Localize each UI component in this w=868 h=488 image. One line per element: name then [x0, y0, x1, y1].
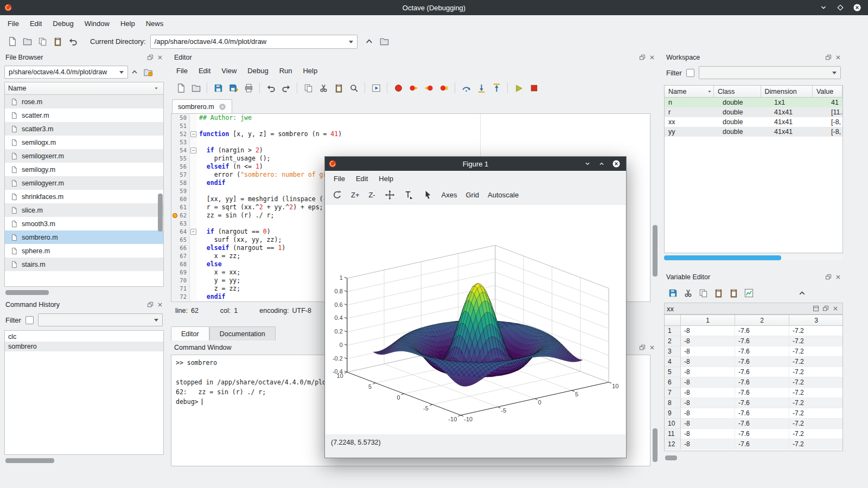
file-row-smooth3.m[interactable]: smooth3.m	[5, 217, 163, 230]
workspace-filter-combo[interactable]	[699, 66, 841, 79]
fold-marker-icon[interactable]	[190, 228, 197, 236]
current-directory-combo[interactable]: /app/share/octave/4.4.0/m/plot/draw	[150, 35, 358, 49]
line-number-gutter[interactable]: 72	[171, 293, 190, 301]
editor-menu-edit[interactable]: Edit	[193, 64, 216, 78]
variable-grid-row-header[interactable]: 7	[665, 388, 681, 398]
workspace-column-value[interactable]: Value	[813, 86, 843, 98]
variable-grid-cell[interactable]: -7.2	[789, 408, 843, 419]
workspace-column-class[interactable]: Class	[714, 86, 761, 98]
step-out-button[interactable]	[489, 80, 504, 95]
save-as-button[interactable]	[226, 80, 241, 95]
editor-menu-help[interactable]: Help	[297, 64, 323, 78]
command-window-close-button[interactable]	[647, 343, 657, 352]
editor-menu-run[interactable]: Run	[274, 64, 298, 78]
history-item[interactable]: clc	[5, 332, 163, 342]
line-number-gutter[interactable]: 66	[171, 244, 190, 252]
line-number-gutter[interactable]: 61	[171, 203, 190, 211]
line-number-gutter[interactable]: 63	[171, 220, 190, 228]
step-over-button[interactable]	[458, 80, 474, 95]
file-browser-vscrollbar[interactable]	[158, 194, 163, 232]
file-row-scatter3.m[interactable]: scatter3.m	[5, 122, 163, 136]
copy-button[interactable]	[695, 285, 711, 300]
variable-grid-row-header[interactable]: 1	[665, 326, 681, 336]
editor-vscrollbar[interactable]	[653, 225, 658, 277]
variable-grid-column-header[interactable]: 3	[789, 315, 843, 326]
figure-menu-file[interactable]: File	[328, 172, 350, 185]
variable-grid-row-header[interactable]: 12	[665, 439, 681, 450]
variable-grid-cell[interactable]: -7.2	[789, 357, 843, 367]
plot-variable-button[interactable]	[741, 285, 756, 300]
remove-breakpoints-button[interactable]	[436, 80, 451, 95]
line-number-gutter[interactable]: 68	[171, 260, 190, 268]
redo-button[interactable]	[278, 80, 293, 95]
variable-grid-cell[interactable]: -7.2	[789, 388, 843, 398]
variable-grid-row-header[interactable]: 10	[665, 419, 681, 429]
workspace-row-n[interactable]: ndouble1x141	[665, 98, 843, 107]
cut-button[interactable]	[316, 80, 331, 95]
grid-button[interactable]: Grid	[462, 188, 483, 202]
line-number-gutter[interactable]: 55	[171, 155, 190, 163]
line-number-gutter[interactable]: 64	[171, 228, 190, 236]
file-row-sombrero.m[interactable]: sombrero.m	[5, 230, 163, 244]
editor-code-line[interactable]: 53	[171, 138, 650, 146]
line-number-gutter[interactable]: 56	[171, 163, 190, 171]
command-window-vscrollbar[interactable]	[653, 428, 658, 462]
variable-grid-row-header[interactable]: 9	[665, 408, 681, 419]
editor-close-button[interactable]	[647, 53, 657, 62]
variable-editor-float-button[interactable]	[824, 272, 833, 282]
line-number-gutter[interactable]: 69	[171, 268, 190, 277]
line-number-gutter[interactable]: 59	[171, 187, 190, 195]
new-script-button[interactable]	[4, 34, 20, 49]
variable-grid-row-header[interactable]: 2	[665, 336, 681, 346]
insert-text-button[interactable]	[400, 188, 418, 202]
figure-menu-help[interactable]: Help	[373, 172, 399, 185]
line-number-gutter[interactable]: 50	[171, 114, 190, 122]
workspace-column-dimension[interactable]: Dimension	[761, 86, 813, 98]
variable-float-button[interactable]	[821, 304, 831, 313]
variable-editor-collapse-button[interactable]	[794, 285, 809, 300]
editor-tab-sombrero[interactable]: sombrero.m	[172, 99, 232, 113]
workspace-float-button[interactable]	[824, 53, 833, 62]
variable-grid-row-header[interactable]: 6	[665, 377, 681, 388]
variable-grid-cell[interactable]: -7.6	[735, 326, 789, 336]
file-row-semilogx.m[interactable]: semilogx.m	[5, 136, 163, 149]
line-number-gutter[interactable]: 71	[171, 285, 190, 293]
line-number-gutter[interactable]: 58	[171, 179, 190, 187]
editor-float-button[interactable]	[637, 53, 647, 62]
figure-window[interactable]: Figure 1 FileEditHelp Z+ Z- Axes Grid Au…	[324, 156, 627, 458]
browse-directory-button[interactable]	[377, 34, 392, 49]
figure-plot-canvas[interactable]	[326, 204, 626, 434]
workspace-row-yy[interactable]: yydouble41x41[-8, -8,	[665, 127, 843, 137]
variable-grid-cell[interactable]: -8	[681, 357, 735, 367]
command-window-float-button[interactable]	[637, 343, 647, 352]
file-row-semilogyerr.m[interactable]: semilogyerr.m	[5, 176, 163, 190]
file-browser-up-button[interactable]	[128, 66, 141, 79]
file-row-rose.m[interactable]: rose.m	[5, 95, 163, 108]
variable-grid-cell[interactable]: -8	[681, 326, 735, 336]
line-number-gutter[interactable]: 60	[171, 195, 190, 203]
menu-file[interactable]: File	[2, 17, 24, 30]
command-history-close-button[interactable]	[155, 300, 165, 310]
autoscale-button[interactable]: Autoscale	[484, 188, 522, 202]
rotate-tool-button[interactable]	[328, 188, 346, 202]
editor-code-line[interactable]: 52function [x, y, z] = sombrero (n = 41)	[171, 130, 650, 138]
undo-button[interactable]	[263, 80, 278, 95]
previous-breakpoint-button[interactable]	[421, 80, 436, 95]
file-browser-hscrollbar[interactable]	[5, 290, 49, 295]
line-number-gutter[interactable]: 54	[171, 146, 190, 155]
line-number-gutter[interactable]: 52	[171, 130, 190, 138]
new-document-button[interactable]	[173, 80, 188, 95]
variable-grid-cell[interactable]: -7.6	[735, 398, 789, 408]
paste-clipboard-button[interactable]	[50, 34, 65, 49]
window-close-button[interactable]	[853, 3, 861, 12]
variable-grid-cell[interactable]: -7.2	[789, 367, 843, 377]
variable-close-button[interactable]	[831, 304, 840, 313]
fold-marker-icon[interactable]	[190, 130, 197, 138]
editor-menu-debug[interactable]: Debug	[242, 64, 273, 78]
file-browser-float-button[interactable]	[145, 53, 155, 62]
variable-grid-cell[interactable]: -7.2	[789, 419, 843, 429]
undo-button[interactable]	[65, 34, 80, 49]
editor-code-line[interactable]: 54 if (nargin > 2)	[171, 146, 650, 155]
variable-editor-hscrollbar[interactable]	[665, 455, 677, 460]
find-button[interactable]	[346, 80, 361, 95]
